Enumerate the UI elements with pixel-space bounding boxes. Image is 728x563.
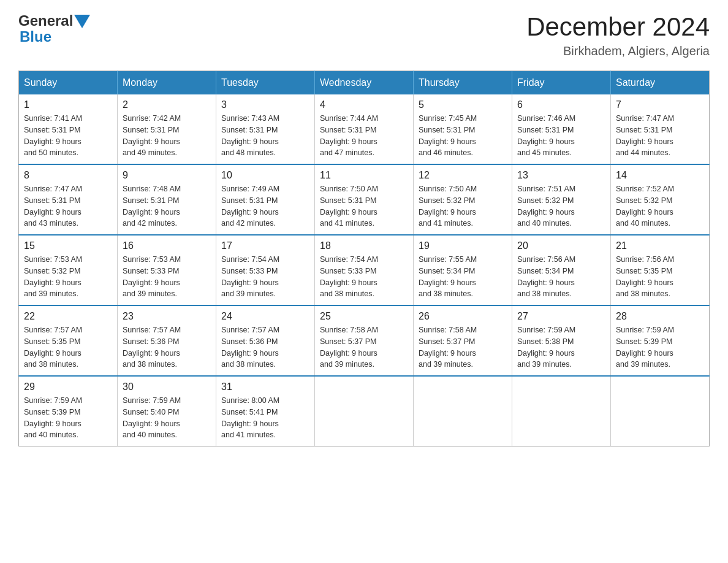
day-number: 17 bbox=[221, 240, 309, 251]
day-info: Sunrise: 7:59 AMSunset: 5:38 PMDaylight:… bbox=[517, 324, 605, 370]
day-info: Sunrise: 7:54 AMSunset: 5:33 PMDaylight:… bbox=[320, 254, 408, 300]
day-number: 13 bbox=[517, 170, 605, 181]
day-number: 21 bbox=[616, 240, 704, 251]
calendar-table: SundayMondayTuesdayWednesdayThursdayFrid… bbox=[18, 71, 710, 446]
day-info: Sunrise: 7:57 AMSunset: 5:36 PMDaylight:… bbox=[221, 324, 309, 370]
calendar-day-cell: 10Sunrise: 7:49 AMSunset: 5:31 PMDayligh… bbox=[216, 164, 315, 235]
calendar-day-cell: 20Sunrise: 7:56 AMSunset: 5:34 PMDayligh… bbox=[512, 235, 611, 305]
day-number: 1 bbox=[24, 99, 112, 110]
calendar-day-cell: 31Sunrise: 8:00 AMSunset: 5:41 PMDayligh… bbox=[216, 376, 315, 446]
title-section: December 2024 Birkhadem, Algiers, Algeri… bbox=[526, 12, 710, 58]
day-number: 9 bbox=[123, 170, 211, 181]
day-info: Sunrise: 7:52 AMSunset: 5:32 PMDaylight:… bbox=[616, 183, 704, 229]
calendar-day-cell: 6Sunrise: 7:46 AMSunset: 5:31 PMDaylight… bbox=[512, 94, 611, 164]
day-number: 2 bbox=[123, 99, 211, 110]
day-number: 29 bbox=[24, 381, 112, 393]
calendar-day-cell bbox=[512, 376, 611, 446]
day-number: 20 bbox=[517, 240, 605, 251]
logo-general-text: General bbox=[18, 12, 73, 29]
day-info: Sunrise: 7:46 AMSunset: 5:31 PMDaylight:… bbox=[517, 113, 605, 159]
calendar-day-cell: 12Sunrise: 7:50 AMSunset: 5:32 PMDayligh… bbox=[414, 164, 512, 235]
day-info: Sunrise: 7:47 AMSunset: 5:31 PMDaylight:… bbox=[24, 183, 112, 229]
day-info: Sunrise: 7:49 AMSunset: 5:31 PMDaylight:… bbox=[221, 183, 309, 229]
page-header: General Blue December 2024 Birkhadem, Al… bbox=[18, 12, 710, 58]
day-number: 31 bbox=[221, 381, 309, 393]
calendar-day-cell: 21Sunrise: 7:56 AMSunset: 5:35 PMDayligh… bbox=[611, 235, 710, 305]
logo-blue-text: Blue bbox=[20, 28, 51, 45]
calendar-week-row: 22Sunrise: 7:57 AMSunset: 5:35 PMDayligh… bbox=[19, 305, 710, 376]
day-number: 7 bbox=[616, 99, 704, 110]
svg-marker-0 bbox=[74, 15, 90, 28]
day-number: 3 bbox=[221, 99, 309, 110]
day-number: 10 bbox=[221, 170, 309, 181]
calendar-day-cell: 25Sunrise: 7:58 AMSunset: 5:37 PMDayligh… bbox=[315, 305, 414, 376]
day-info: Sunrise: 7:53 AMSunset: 5:33 PMDaylight:… bbox=[123, 254, 211, 300]
calendar-day-cell: 27Sunrise: 7:59 AMSunset: 5:38 PMDayligh… bbox=[512, 305, 611, 376]
calendar-day-cell: 16Sunrise: 7:53 AMSunset: 5:33 PMDayligh… bbox=[118, 235, 216, 305]
day-info: Sunrise: 7:59 AMSunset: 5:39 PMDaylight:… bbox=[616, 324, 704, 370]
day-number: 5 bbox=[419, 99, 507, 110]
calendar-week-row: 15Sunrise: 7:53 AMSunset: 5:32 PMDayligh… bbox=[19, 235, 710, 305]
day-info: Sunrise: 7:44 AMSunset: 5:31 PMDaylight:… bbox=[320, 113, 408, 159]
calendar-day-cell: 18Sunrise: 7:54 AMSunset: 5:33 PMDayligh… bbox=[315, 235, 414, 305]
day-info: Sunrise: 7:51 AMSunset: 5:32 PMDaylight:… bbox=[517, 183, 605, 229]
day-info: Sunrise: 7:54 AMSunset: 5:33 PMDaylight:… bbox=[221, 254, 309, 300]
day-info: Sunrise: 7:56 AMSunset: 5:34 PMDaylight:… bbox=[517, 254, 605, 300]
day-number: 18 bbox=[320, 240, 408, 251]
day-number: 14 bbox=[616, 170, 704, 181]
day-info: Sunrise: 7:47 AMSunset: 5:31 PMDaylight:… bbox=[616, 113, 704, 159]
calendar-day-cell: 15Sunrise: 7:53 AMSunset: 5:32 PMDayligh… bbox=[19, 235, 118, 305]
day-number: 8 bbox=[24, 170, 112, 181]
day-info: Sunrise: 7:59 AMSunset: 5:40 PMDaylight:… bbox=[123, 395, 211, 441]
logo-triangle-icon bbox=[74, 15, 90, 28]
calendar-day-cell: 3Sunrise: 7:43 AMSunset: 5:31 PMDaylight… bbox=[216, 94, 315, 164]
day-info: Sunrise: 7:58 AMSunset: 5:37 PMDaylight:… bbox=[320, 324, 408, 370]
day-number: 16 bbox=[123, 240, 211, 251]
calendar-day-cell: 1Sunrise: 7:41 AMSunset: 5:31 PMDaylight… bbox=[19, 94, 118, 164]
day-of-week-header: Tuesday bbox=[216, 71, 315, 95]
calendar-day-cell: 28Sunrise: 7:59 AMSunset: 5:39 PMDayligh… bbox=[611, 305, 710, 376]
day-info: Sunrise: 7:42 AMSunset: 5:31 PMDaylight:… bbox=[123, 113, 211, 159]
day-of-week-header: Saturday bbox=[611, 71, 710, 95]
calendar-day-cell: 2Sunrise: 7:42 AMSunset: 5:31 PMDaylight… bbox=[118, 94, 216, 164]
day-number: 27 bbox=[517, 311, 605, 322]
day-of-week-header: Sunday bbox=[19, 71, 118, 95]
location-subtitle: Birkhadem, Algiers, Algeria bbox=[526, 44, 710, 58]
day-info: Sunrise: 7:57 AMSunset: 5:36 PMDaylight:… bbox=[123, 324, 211, 370]
day-number: 28 bbox=[616, 311, 704, 322]
calendar-day-cell: 5Sunrise: 7:45 AMSunset: 5:31 PMDaylight… bbox=[414, 94, 512, 164]
calendar-week-row: 8Sunrise: 7:47 AMSunset: 5:31 PMDaylight… bbox=[19, 164, 710, 235]
day-number: 12 bbox=[419, 170, 507, 181]
day-number: 4 bbox=[320, 99, 408, 110]
day-number: 26 bbox=[419, 311, 507, 322]
day-number: 15 bbox=[24, 240, 112, 251]
day-of-week-header: Monday bbox=[118, 71, 216, 95]
calendar-day-cell: 22Sunrise: 7:57 AMSunset: 5:35 PMDayligh… bbox=[19, 305, 118, 376]
day-of-week-header: Thursday bbox=[414, 71, 512, 95]
day-number: 11 bbox=[320, 170, 408, 181]
day-number: 22 bbox=[24, 311, 112, 322]
day-info: Sunrise: 7:53 AMSunset: 5:32 PMDaylight:… bbox=[24, 254, 112, 300]
calendar-day-cell: 11Sunrise: 7:50 AMSunset: 5:31 PMDayligh… bbox=[315, 164, 414, 235]
day-info: Sunrise: 7:41 AMSunset: 5:31 PMDaylight:… bbox=[24, 113, 112, 159]
month-title: December 2024 bbox=[526, 12, 710, 42]
day-of-week-header: Wednesday bbox=[315, 71, 414, 95]
day-number: 6 bbox=[517, 99, 605, 110]
day-info: Sunrise: 7:45 AMSunset: 5:31 PMDaylight:… bbox=[419, 113, 507, 159]
day-info: Sunrise: 7:56 AMSunset: 5:35 PMDaylight:… bbox=[616, 254, 704, 300]
calendar-day-cell: 23Sunrise: 7:57 AMSunset: 5:36 PMDayligh… bbox=[118, 305, 216, 376]
calendar-day-cell bbox=[315, 376, 414, 446]
calendar-day-cell: 26Sunrise: 7:58 AMSunset: 5:37 PMDayligh… bbox=[414, 305, 512, 376]
day-info: Sunrise: 7:43 AMSunset: 5:31 PMDaylight:… bbox=[221, 113, 309, 159]
day-number: 30 bbox=[123, 381, 211, 393]
calendar-week-row: 29Sunrise: 7:59 AMSunset: 5:39 PMDayligh… bbox=[19, 376, 710, 446]
day-number: 19 bbox=[419, 240, 507, 251]
calendar-day-cell: 17Sunrise: 7:54 AMSunset: 5:33 PMDayligh… bbox=[216, 235, 315, 305]
calendar-day-cell bbox=[611, 376, 710, 446]
calendar-day-cell: 14Sunrise: 7:52 AMSunset: 5:32 PMDayligh… bbox=[611, 164, 710, 235]
day-info: Sunrise: 7:48 AMSunset: 5:31 PMDaylight:… bbox=[123, 183, 211, 229]
calendar-day-cell: 13Sunrise: 7:51 AMSunset: 5:32 PMDayligh… bbox=[512, 164, 611, 235]
day-info: Sunrise: 7:58 AMSunset: 5:37 PMDaylight:… bbox=[419, 324, 507, 370]
day-info: Sunrise: 7:57 AMSunset: 5:35 PMDaylight:… bbox=[24, 324, 112, 370]
calendar-day-cell: 29Sunrise: 7:59 AMSunset: 5:39 PMDayligh… bbox=[19, 376, 118, 446]
